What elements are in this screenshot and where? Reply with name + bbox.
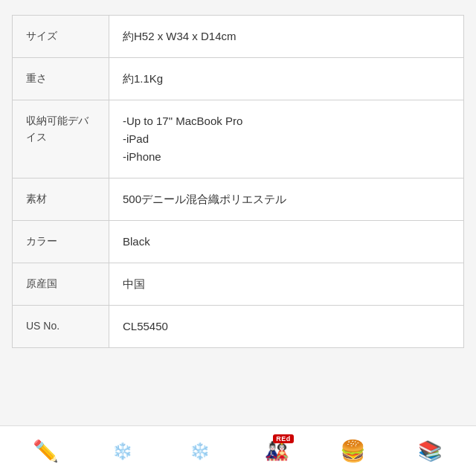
specs-table-container: サイズ約H52 x W34 x D14cm重さ約1.1Kg収納可能デバイス-Up…	[0, 0, 476, 425]
row-value: CL55450	[109, 306, 464, 348]
nav-icon-book[interactable]: 📚	[410, 431, 450, 472]
row-label: サイズ	[13, 16, 109, 58]
row-label: 収納可能デバイス	[13, 100, 109, 178]
table-row: US No.CL55450	[13, 306, 464, 348]
specs-table: サイズ約H52 x W34 x D14cm重さ約1.1Kg収納可能デバイス-Up…	[12, 15, 464, 348]
snowflake2-icon: ❄️	[190, 442, 210, 461]
nav-icon-figure[interactable]: 🎎 REd	[257, 431, 297, 472]
row-value: 約H52 x W34 x D14cm	[109, 16, 464, 58]
burger-icon: 🍔	[340, 439, 366, 463]
bottom-navigation-bar: ✏️ ❄️ ❄️ 🎎 REd 🍔 📚	[0, 425, 476, 476]
book-icon: 📚	[418, 440, 442, 463]
row-value: -Up to 17" MacBook Pro-iPad-iPhone	[109, 100, 464, 178]
nav-icon-burger[interactable]: 🍔	[333, 431, 373, 472]
figure-icon: 🎎	[265, 440, 289, 463]
nav-icon-pencil[interactable]: ✏️	[26, 431, 66, 472]
snowflake1-icon: ❄️	[112, 442, 132, 461]
row-label: 素材	[13, 178, 109, 221]
page-wrapper: サイズ約H52 x W34 x D14cm重さ約1.1Kg収納可能デバイス-Up…	[0, 0, 476, 476]
table-row: サイズ約H52 x W34 x D14cm	[13, 16, 464, 58]
table-row: カラーBlack	[13, 221, 464, 263]
nav-icon-snowflake1[interactable]: ❄️	[103, 431, 143, 472]
table-row: 重さ約1.1Kg	[13, 58, 464, 100]
table-row: 素材500デニール混合織ポリエステル	[13, 178, 464, 221]
table-row: 収納可能デバイス-Up to 17" MacBook Pro-iPad-iPho…	[13, 100, 464, 178]
row-label: カラー	[13, 221, 109, 263]
nav-icon-snowflake2[interactable]: ❄️	[179, 431, 219, 472]
table-row: 原産国中国	[13, 263, 464, 306]
pencil-icon: ✏️	[33, 439, 59, 463]
row-label: 原産国	[13, 263, 109, 306]
row-value: 500デニール混合織ポリエステル	[109, 178, 464, 221]
row-label: 重さ	[13, 58, 109, 100]
row-label: US No.	[13, 306, 109, 348]
row-value: Black	[109, 221, 464, 263]
red-badge: REd	[273, 434, 294, 443]
row-value: 中国	[109, 263, 464, 306]
row-value: 約1.1Kg	[109, 58, 464, 100]
